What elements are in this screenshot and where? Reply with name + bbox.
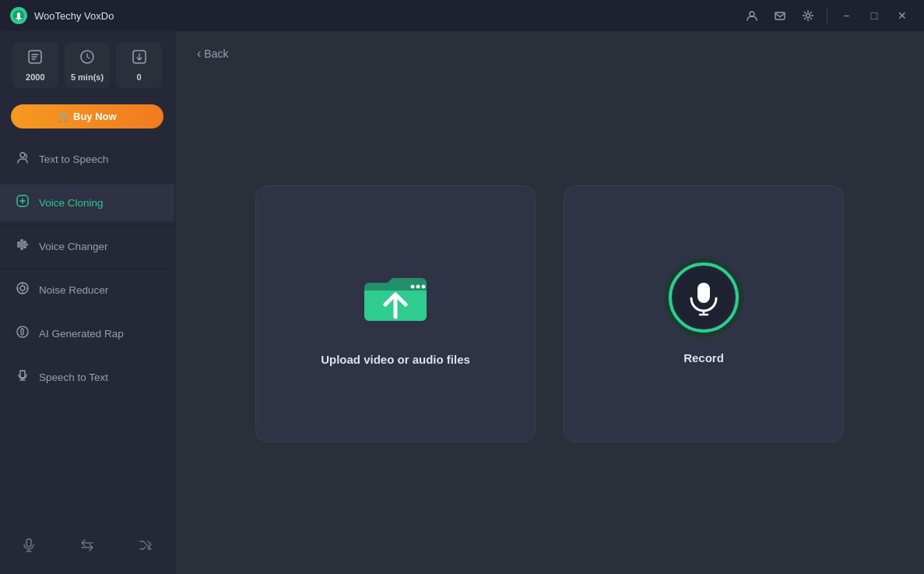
rap-icon xyxy=(14,325,31,343)
title-bar-divider xyxy=(827,8,827,23)
svg-point-17 xyxy=(416,285,420,289)
main-content: ‹ Back xyxy=(175,31,924,574)
title-bar: WooTechy VoxDo − □ ✕ xyxy=(0,0,924,31)
vch-icon xyxy=(14,238,31,255)
gear-icon[interactable] xyxy=(796,3,820,28)
app-logo-icon xyxy=(9,6,28,25)
svg-rect-4 xyxy=(18,19,19,21)
back-label: Back xyxy=(204,48,228,60)
svg-rect-19 xyxy=(697,283,710,303)
tts-label: Text to Speech xyxy=(39,153,108,165)
close-button[interactable]: ✕ xyxy=(890,3,915,28)
stat-characters: 2000 xyxy=(12,42,58,88)
vc-icon xyxy=(14,194,31,212)
sidebar-item-voice-changer[interactable]: Voice Changer xyxy=(0,228,174,265)
loop-bottom-icon[interactable] xyxy=(75,533,100,562)
characters-value: 2000 xyxy=(26,72,44,82)
upload-card[interactable]: Upload video or audio files xyxy=(255,185,536,442)
back-arrow-icon: ‹ xyxy=(197,47,201,61)
svg-rect-6 xyxy=(775,12,785,19)
downloads-value: 0 xyxy=(137,72,142,82)
svg-point-5 xyxy=(750,12,754,16)
app-title: WooTechy VoxDo xyxy=(34,10,114,22)
cards-area: Upload video or audio files Record xyxy=(175,69,924,574)
svg-point-11 xyxy=(20,153,25,157)
sidebar: 2000 5 min(s) 0 xyxy=(0,31,175,574)
back-button[interactable]: ‹ Back xyxy=(197,47,228,61)
menu-divider-4 xyxy=(0,312,174,312)
sidebar-item-ai-generated-rap[interactable]: AI Generated Rap xyxy=(0,315,174,352)
shuffle-bottom-icon[interactable] xyxy=(133,533,158,562)
microphone-bottom-icon[interactable] xyxy=(16,533,41,562)
vch-label: Voice Changer xyxy=(39,241,108,252)
sidebar-stats: 2000 5 min(s) 0 xyxy=(0,31,174,97)
vc-label: Voice Cloning xyxy=(39,197,104,209)
menu-divider-3 xyxy=(0,268,174,269)
sidebar-bottom xyxy=(0,523,174,574)
nr-label: Noise Reducer xyxy=(39,284,108,296)
mail-icon[interactable] xyxy=(768,3,792,28)
menu-divider-2 xyxy=(0,224,174,225)
svg-point-18 xyxy=(422,285,426,289)
buy-now-button[interactable]: 🛒 Buy Now xyxy=(11,104,163,129)
svg-rect-15 xyxy=(26,539,31,547)
sidebar-item-speech-to-text[interactable]: Speech to Text xyxy=(0,359,174,396)
content-header: ‹ Back xyxy=(175,31,924,69)
record-card[interactable]: Record xyxy=(564,185,844,442)
record-icon xyxy=(669,262,739,333)
sidebar-item-noise-reducer[interactable]: Noise Reducer xyxy=(0,272,174,308)
downloads-icon xyxy=(131,48,148,69)
tts-icon xyxy=(14,150,31,168)
menu-divider-5 xyxy=(0,355,174,356)
main-layout: 2000 5 min(s) 0 xyxy=(0,31,924,574)
rap-label: AI Generated Rap xyxy=(39,328,124,340)
stt-icon xyxy=(14,368,31,386)
minimize-button[interactable]: − xyxy=(834,3,859,28)
stat-downloads: 0 xyxy=(116,42,162,88)
record-card-label: Record xyxy=(683,351,724,364)
duration-value: 5 min(s) xyxy=(71,72,104,82)
stt-label: Speech to Text xyxy=(39,372,108,383)
maximize-button[interactable]: □ xyxy=(862,3,887,28)
nr-icon xyxy=(14,281,31,299)
sidebar-item-voice-cloning[interactable]: Voice Cloning xyxy=(0,185,174,221)
svg-point-7 xyxy=(806,14,810,18)
stat-duration: 5 min(s) xyxy=(65,42,111,88)
sidebar-menu: Text to Speech Voice Cloning xyxy=(0,136,174,523)
upload-icon xyxy=(357,261,434,334)
title-bar-right: − □ ✕ xyxy=(740,3,915,28)
user-icon[interactable] xyxy=(740,3,764,28)
svg-point-14 xyxy=(20,286,25,291)
svg-rect-2 xyxy=(17,12,20,19)
svg-rect-3 xyxy=(16,18,22,19)
sidebar-item-text-to-speech[interactable]: Text to Speech xyxy=(0,141,174,178)
duration-icon xyxy=(79,48,96,69)
upload-card-label: Upload video or audio files xyxy=(321,353,470,366)
menu-divider-1 xyxy=(0,181,174,181)
characters-icon xyxy=(26,48,44,69)
svg-point-16 xyxy=(411,285,415,289)
title-bar-left: WooTechy VoxDo xyxy=(9,6,114,25)
